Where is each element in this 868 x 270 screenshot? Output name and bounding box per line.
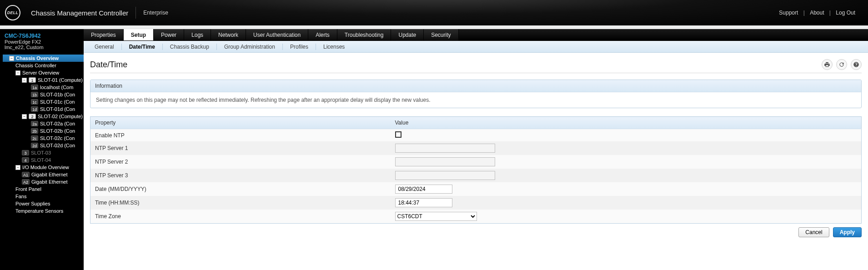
printer-icon [824, 61, 830, 68]
ntp-server-3-input[interactable] [395, 171, 495, 180]
tree-server-overview[interactable]: − Server Overview [3, 69, 84, 76]
subtab-label: General [95, 44, 114, 50]
tree-slot-01c[interactable]: 1cSLOT-01c (Con [3, 98, 84, 105]
tab-setup[interactable]: Setup [124, 29, 154, 40]
tree-power-supplies[interactable]: Power Supplies [3, 200, 84, 207]
logout-link[interactable]: Log Out [832, 10, 859, 16]
refresh-button[interactable] [836, 59, 847, 70]
print-button[interactable] [822, 59, 833, 70]
system-subname: lmc_e22, Custom [5, 45, 79, 50]
tree-label: SLOT-01d (Con [40, 105, 75, 113]
tree-label: Temperature Sensors [15, 207, 63, 215]
subtab-separator [216, 44, 217, 50]
top-bar: DELL Chassis Management Controller Enter… [0, 0, 868, 25]
tree-label: SLOT-01 (Compute) [38, 76, 83, 84]
tree-slot-02[interactable]: − 2 SLOT-02 (Compute) [3, 113, 84, 120]
about-link[interactable]: About [806, 10, 828, 16]
app-title: Chassis Management Controller [25, 9, 135, 17]
divider [90, 73, 862, 73]
tree-slot-02b[interactable]: 2bSLOT-02b (Con [3, 127, 84, 135]
tree-slot-01[interactable]: − 1 SLOT-01 (Compute) [3, 76, 84, 84]
properties-table: Property Value Enable NTP NTP Server 1 N… [90, 116, 862, 224]
tree-io-a1[interactable]: A1Gigabit Ethernet [3, 171, 84, 178]
subtab-separator [121, 44, 122, 50]
tree-front-panel[interactable]: Front Panel [3, 185, 84, 193]
row-ntp3: NTP Server 3 [90, 169, 862, 182]
tree-io-a2[interactable]: A2Gigabit Ethernet [3, 178, 84, 185]
tab-update[interactable]: Update [391, 29, 424, 40]
top-right-links: Support | About | Log Out [775, 10, 868, 16]
row-enable-ntp: Enable NTP [90, 129, 862, 142]
tab-label: Power [161, 32, 176, 38]
info-panel-body: Setting changes on this page may not be … [90, 92, 861, 108]
divider [135, 7, 136, 19]
tab-power[interactable]: Power [154, 29, 184, 40]
col-property: Property [90, 117, 391, 129]
subtab-group-admin[interactable]: Group Administration [219, 44, 281, 50]
tab-network[interactable]: Network [211, 29, 246, 40]
time-input[interactable] [395, 198, 452, 207]
tree-toggle[interactable]: − [15, 165, 20, 170]
apply-button[interactable]: Apply [833, 227, 862, 237]
cancel-button[interactable]: Cancel [798, 227, 829, 237]
tree-slot-02a[interactable]: 2aSLOT-02a (Con [3, 120, 84, 127]
subtab-label: Chassis Backup [170, 44, 209, 50]
tree-slot-01a[interactable]: 1alocalhost (Com [3, 84, 84, 91]
tab-user-auth[interactable]: User Authentication [246, 29, 308, 40]
page-actions [822, 59, 862, 70]
tab-alerts[interactable]: Alerts [308, 29, 337, 40]
slot-badge: 1c [31, 99, 38, 105]
tree-label: Fans [15, 193, 26, 200]
tab-logs[interactable]: Logs [184, 29, 211, 40]
tree-label: SLOT-01c (Con [40, 98, 75, 105]
col-value: Value [391, 117, 862, 129]
subtab-profiles[interactable]: Profiles [285, 44, 314, 50]
help-button[interactable] [851, 59, 862, 70]
subtab-general[interactable]: General [89, 44, 120, 50]
tree-toggle[interactable]: − [22, 78, 27, 83]
tab-troubleshooting[interactable]: Troubleshooting [337, 29, 391, 40]
tree-slot-04[interactable]: 4SLOT-04 [3, 156, 84, 164]
ntp-server-1-input[interactable] [395, 144, 495, 153]
tree-label: SLOT-02a (Con [40, 120, 75, 127]
tab-properties[interactable]: Properties [84, 29, 124, 40]
ntp-server-2-input[interactable] [395, 157, 495, 166]
service-tag[interactable]: CMC-7S6J942 [5, 33, 79, 39]
slot-badge: 2 [29, 114, 36, 119]
tree-label: SLOT-02d (Con [40, 142, 75, 149]
subtab-datetime[interactable]: Date/Time [124, 44, 161, 50]
tab-label: Update [398, 32, 416, 38]
tree-fans[interactable]: Fans [3, 193, 84, 200]
tree-chassis-controller[interactable]: Chassis Controller [3, 62, 84, 69]
tree-slot-02d[interactable]: 2dSLOT-02d (Con [3, 142, 84, 149]
timezone-select[interactable]: CST6CDT [395, 212, 477, 221]
tree-toggle[interactable]: − [15, 70, 20, 75]
tree-slot-01b[interactable]: 1bSLOT-01b (Con [3, 91, 84, 98]
date-input[interactable] [395, 185, 452, 194]
link-separator: | [803, 10, 805, 16]
enable-ntp-checkbox[interactable] [395, 131, 401, 138]
brand-logo-wrap: DELL [0, 5, 25, 20]
tree-label: SLOT-02c (Con [40, 135, 75, 142]
tab-security[interactable]: Security [424, 29, 458, 40]
tree-toggle[interactable]: − [9, 56, 14, 61]
info-panel: Information Setting changes on this page… [90, 80, 862, 108]
tree-temp-sensors[interactable]: Temperature Sensors [3, 207, 84, 215]
tree-label: Front Panel [15, 185, 41, 193]
slot-badge: 2d [31, 143, 38, 148]
tree-slot-02c[interactable]: 2cSLOT-02c (Con [3, 135, 84, 142]
tree-io-overview[interactable]: − I/O Module Overview [3, 164, 84, 171]
tree-slot-01d[interactable]: 1dSLOT-01d (Con [3, 105, 84, 113]
tabs-secondary: General Date/Time Chassis Backup Group A… [84, 41, 868, 53]
tree-label: SLOT-03 [31, 149, 51, 156]
system-model: PowerEdge FX2 [5, 39, 79, 45]
refresh-icon [838, 61, 845, 68]
tree-toggle[interactable]: − [22, 114, 27, 119]
subtab-licenses[interactable]: Licenses [318, 44, 350, 50]
tree-slot-03[interactable]: 3SLOT-03 [3, 149, 84, 156]
tree-label: SLOT-01b (Con [40, 91, 75, 98]
tree-chassis-overview[interactable]: − Chassis Overview [3, 55, 84, 62]
subtab-chassis-backup[interactable]: Chassis Backup [165, 44, 215, 50]
dell-logo: DELL [5, 5, 20, 20]
support-link[interactable]: Support [775, 10, 802, 16]
